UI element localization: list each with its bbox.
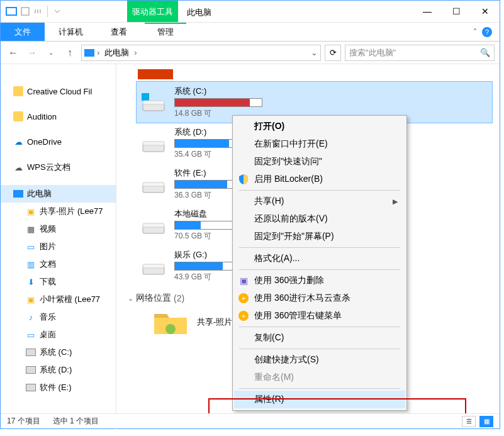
tree-item-drive[interactable]: 软件 (E:) <box>1 379 116 396</box>
tree-item-pc[interactable]: 此电脑 <box>1 185 116 203</box>
tree-item-documents[interactable]: ▥文档 <box>1 255 116 273</box>
shared-folder-icon[interactable] <box>152 306 189 338</box>
context-menu[interactable]: 打开(O)在新窗口中打开(E)固定到"快速访问"启用 BitLocker(B)共… <box>232 115 407 411</box>
desktop-icon: ▭ <box>26 330 36 340</box>
menu-item[interactable]: 属性(R) <box>234 391 405 408</box>
menu-item[interactable]: ▣使用 360强力删除 <box>234 272 405 289</box>
tree-item-wps-cloud[interactable]: ☁WPS云文档 <box>1 159 116 176</box>
tree-item-label: 软件 (E:) <box>40 382 72 393</box>
tree-item-folder-cc[interactable]: Creative Cloud Fil <box>1 83 116 99</box>
tree-item-share[interactable]: ▣小叶紫檀 (Lee77 <box>1 291 116 308</box>
music-icon: ♪ <box>26 312 36 322</box>
tree-item-label: 共享-照片 (Lee77 <box>40 206 103 217</box>
navigation-tree[interactable]: Creative Cloud FilAudition☁OneDrive☁WPS云… <box>1 64 116 429</box>
breadcrumb-root[interactable]: 此电脑 <box>102 46 132 60</box>
pictures-icon: ▭ <box>26 242 36 252</box>
svg-rect-2 <box>21 8 29 15</box>
drive-icon <box>26 383 36 393</box>
maximize-button[interactable]: ☐ <box>442 1 471 22</box>
shield-icon <box>238 174 249 185</box>
tree-item-label: WPS云文档 <box>27 162 70 173</box>
usage-bar <box>174 98 262 107</box>
app-icon <box>6 6 17 17</box>
submenu-arrow-icon: ▶ <box>393 198 398 206</box>
tree-item-label: 下载 <box>40 276 56 288</box>
qat-dropdown-icon[interactable] <box>53 7 62 16</box>
menu-item[interactable]: 启用 BitLocker(B) <box>234 170 405 188</box>
qat-properties-icon[interactable] <box>21 7 30 16</box>
tiles-view-button[interactable]: ▦ <box>479 416 493 427</box>
recent-dropdown-icon[interactable]: ⌄ <box>43 45 59 60</box>
menu-item-label: 共享(H) <box>254 196 284 207</box>
tree-item-desktop[interactable]: ▭桌面 <box>1 326 116 344</box>
menu-item[interactable]: +使用 360进行木马云查杀 <box>234 289 405 307</box>
tree-item-label: Audition <box>27 112 57 121</box>
menu-item[interactable]: 在新窗口中打开(E) <box>234 135 405 153</box>
tree-item-folder[interactable]: Audition <box>1 108 116 125</box>
tree-item-onedrive[interactable]: ☁OneDrive <box>1 133 116 150</box>
menu-item[interactable]: 还原以前的版本(V) <box>234 210 405 228</box>
drive-icon <box>140 215 167 236</box>
menu-item[interactable]: 固定到"开始"屏幕(P) <box>234 228 405 245</box>
selection-count: 选中 1 个项目 <box>53 416 99 427</box>
manage-tab[interactable]: 管理 <box>145 23 186 41</box>
minimize-button[interactable]: — <box>413 1 442 22</box>
pc-icon <box>13 189 23 199</box>
svg-rect-5 <box>143 101 164 104</box>
tree-item-videos[interactable]: ▦视频 <box>1 220 116 238</box>
help-icon[interactable]: ? <box>482 27 492 37</box>
tree-item-music[interactable]: ♪音乐 <box>1 308 116 326</box>
tree-item-downloads[interactable]: ⬇下载 <box>1 273 116 291</box>
forward-button[interactable]: → <box>25 45 40 60</box>
youku-tile[interactable] <box>138 69 173 79</box>
menu-item[interactable]: 创建快捷方式(S) <box>234 351 405 369</box>
onedrive-icon: ☁ <box>13 137 23 147</box>
search-icon: 🔍 <box>480 48 490 57</box>
drive-icon <box>140 133 167 154</box>
computer-tab[interactable]: 计算机 <box>45 23 97 41</box>
tree-item-drive[interactable]: 系统 (C:) <box>1 344 116 361</box>
menu-separator <box>239 247 400 248</box>
contextual-tab-group: 驱动器工具 <box>127 1 178 22</box>
refresh-button[interactable]: ⟳ <box>325 45 341 61</box>
tree-item-share-photos[interactable]: ▣共享-照片 (Lee77 <box>1 203 116 220</box>
breadcrumb-chevron-icon[interactable]: › <box>134 48 137 57</box>
tree-item-drive[interactable]: 系统 (D:) <box>1 361 116 379</box>
menu-item-label: 使用 360进行木马云查杀 <box>254 293 350 304</box>
breadcrumb-chevron-icon[interactable]: › <box>97 48 99 57</box>
up-button[interactable]: ↑ <box>62 45 77 60</box>
search-input[interactable]: 搜索"此电脑" 🔍 <box>345 45 495 61</box>
menu-item-label: 创建快捷方式(S) <box>254 354 319 366</box>
share-icon: ▣ <box>26 294 36 305</box>
search-placeholder: 搜索"此电脑" <box>349 47 396 59</box>
menu-item[interactable]: +使用 360管理右键菜单 <box>234 307 405 325</box>
ribbon: 文件 计算机 查看 管理 ˄ ? <box>1 23 500 42</box>
tree-item-label: 桌面 <box>40 329 56 340</box>
menu-item[interactable]: 固定到"快速访问" <box>234 153 405 170</box>
collapse-ribbon-icon[interactable]: ˄ <box>473 28 477 36</box>
menu-separator <box>239 349 400 349</box>
tree-item-pictures[interactable]: ▭图片 <box>1 238 116 255</box>
address-bar[interactable]: › 此电脑 › ⌄ <box>81 45 321 61</box>
network-item-label[interactable]: 共享-照片 ( <box>197 316 237 328</box>
svg-rect-9 <box>143 182 164 186</box>
window-controls: — ☐ ✕ <box>413 1 500 22</box>
menu-separator <box>239 190 400 191</box>
qat-separator <box>47 6 48 17</box>
address-dropdown-icon[interactable]: ⌄ <box>311 48 318 57</box>
menu-item[interactable]: 打开(O) <box>234 118 405 135</box>
collapse-chevron-icon[interactable]: ⌄ <box>128 294 133 303</box>
file-tab[interactable]: 文件 <box>1 23 45 41</box>
qat-new-folder-icon[interactable] <box>33 7 42 16</box>
close-button[interactable]: ✕ <box>471 1 500 22</box>
svg-rect-3 <box>142 93 149 101</box>
folder-cc-icon <box>13 86 23 96</box>
details-view-button[interactable]: ☰ <box>462 416 476 427</box>
menu-item[interactable]: 格式化(A)... <box>234 250 405 267</box>
view-tab[interactable]: 查看 <box>97 23 141 41</box>
menu-item-label: 使用 360管理右键菜单 <box>254 310 342 321</box>
back-button[interactable]: ← <box>6 45 21 60</box>
drive-icon <box>140 92 167 113</box>
menu-item[interactable]: 复制(C) <box>234 329 405 347</box>
menu-item[interactable]: 共享(H)▶ <box>234 193 405 210</box>
